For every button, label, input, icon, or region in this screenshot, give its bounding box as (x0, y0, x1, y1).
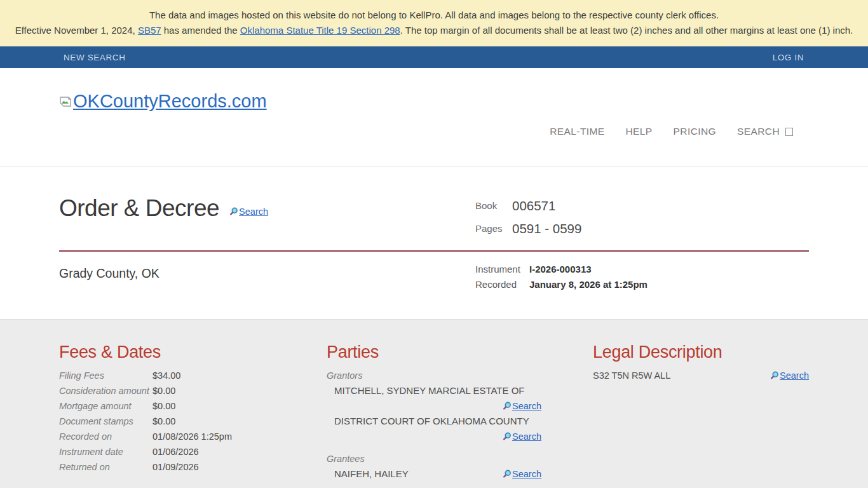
grantee-search-link[interactable]: Search (503, 466, 541, 482)
fee-value: 01/09/2026 (153, 459, 199, 475)
fee-label: Recorded on (59, 429, 153, 444)
pages-label: Pages (475, 217, 512, 240)
site-logo-link[interactable]: OKCountyRecords.com (59, 91, 267, 112)
broken-image-icon (59, 92, 72, 105)
grantor-entry: MITCHELL, SYDNEY MARCIAL ESTATE OF Searc… (327, 383, 541, 414)
instrument-value: I-2026-000313 (529, 262, 592, 277)
fee-row: Filing Fees $34.00 (59, 368, 306, 383)
fee-value: $0.00 (153, 398, 175, 414)
search-dropdown-missing-glyph-icon (785, 128, 793, 136)
book-label: Book (475, 194, 512, 217)
grantor-search-link[interactable]: Search (503, 429, 541, 444)
page-title: Order & Decree (59, 194, 219, 222)
fee-value: 01/08/2026 1:25pm (153, 429, 232, 444)
fee-label: Consideration amount (59, 383, 153, 398)
pages-value: 0591 - 0599 (512, 217, 581, 240)
grantor-search-label: Search (512, 398, 541, 414)
fee-label: Mortgage amount (59, 398, 153, 414)
document-summary: Order & Decree Search Book 006571 Pages … (0, 167, 868, 292)
magnifier-icon (229, 207, 238, 216)
legal-description-column: Legal Description S32 T5N R5W ALL Search (593, 342, 809, 482)
fee-label: Returned on (59, 459, 153, 475)
parties-column: Parties Grantors MITCHELL, SYDNEY MARCIA… (327, 342, 572, 482)
detail-section: Fees & Dates Filing Fees $34.00 Consider… (0, 319, 868, 488)
magnifier-icon (503, 402, 512, 410)
site-header: OKCountyRecords.com REAL-TIME HELP PRICI… (0, 68, 868, 167)
sb57-link[interactable]: SB57 (138, 25, 161, 36)
instrument-row: Instrument I-2026-000313 (475, 262, 809, 277)
legal-search-label: Search (780, 368, 809, 383)
fee-value: $34.00 (153, 368, 180, 383)
disclaimer-line2-suffix: . The top margin of all documents shall … (400, 25, 853, 36)
nav-pricing[interactable]: PRICING (674, 126, 716, 137)
fee-value: $0.00 (153, 383, 175, 398)
legal-description-row: S32 T5N R5W ALL Search (593, 368, 809, 383)
nav-search[interactable]: SEARCH (737, 126, 793, 137)
book-row: Book 006571 (475, 194, 809, 217)
grantor-search-link[interactable]: Search (503, 398, 541, 414)
nav-real-time[interactable]: REAL-TIME (550, 126, 604, 137)
legal-description-heading: Legal Description (593, 342, 809, 362)
instrument-label: Instrument (475, 262, 529, 277)
magnifier-icon (503, 432, 512, 441)
grantor-search-label: Search (512, 429, 541, 444)
grantee-name: NAIFEH, HAILEY (334, 466, 409, 482)
nav-help[interactable]: HELP (626, 126, 653, 137)
magnifier-icon (770, 371, 779, 380)
title-row: Order & Decree Search Book 006571 Pages … (59, 194, 809, 240)
disclaimer-line2-prefix: Effective November 1, 2024, (15, 25, 138, 36)
fee-row: Consideration amount $0.00 (59, 383, 306, 398)
grantees-block: Grantees NAIFEH, HAILEY Search (327, 451, 572, 482)
magnifier-icon (503, 470, 512, 478)
pages-row: Pages 0591 - 0599 (475, 217, 809, 240)
document-type-search-link[interactable]: Search (229, 207, 268, 217)
site-logo-text: OKCountyRecords.com (73, 91, 267, 112)
grantor-name: DISTRICT COURT OF OKLAHOMA COUNTY (334, 414, 529, 429)
nav-search-label: SEARCH (737, 126, 780, 137)
county-row: Grady County, OK Instrument I-2026-00031… (59, 262, 809, 292)
fees-dates-column: Fees & Dates Filing Fees $34.00 Consider… (59, 342, 306, 482)
grantor-entry: DISTRICT COURT OF OKLAHOMA COUNTY Search (327, 414, 541, 444)
new-search-link[interactable]: NEW SEARCH (64, 53, 126, 62)
recorded-label: Recorded (475, 277, 529, 292)
fee-row: Returned on 01/09/2026 (59, 459, 306, 475)
fees-dates-heading: Fees & Dates (59, 342, 306, 362)
fee-label: Instrument date (59, 444, 153, 459)
book-pages-block: Book 006571 Pages 0591 - 0599 (475, 194, 809, 240)
recorded-row: Recorded January 8, 2026 at 1:25pm (475, 277, 809, 292)
fee-label: Filing Fees (59, 368, 153, 383)
legal-description-text: S32 T5N R5W ALL (593, 368, 670, 383)
fee-row: Instrument date 01/06/2026 (59, 444, 306, 459)
fee-value: $0.00 (153, 414, 175, 429)
disclaimer-line1: The data and images hosted on this websi… (6, 8, 862, 23)
grantees-label: Grantees (327, 451, 572, 466)
fee-value: 01/06/2026 (153, 444, 199, 459)
grantors-label: Grantors (327, 368, 572, 383)
recorded-value: January 8, 2026 at 1:25pm (529, 277, 648, 292)
county-name: Grady County, OK (59, 264, 475, 282)
grantor-name: MITCHELL, SYDNEY MARCIAL ESTATE OF (334, 383, 525, 398)
fee-label: Document stamps (59, 414, 153, 429)
fee-row: Recorded on 01/08/2026 1:25pm (59, 429, 306, 444)
disclaimer-line2: Effective November 1, 2024, SB57 has ame… (6, 23, 862, 38)
statute-link[interactable]: Oklahoma Statue Title 19 Section 298 (240, 25, 400, 36)
fee-row: Document stamps $0.00 (59, 414, 306, 429)
disclaimer-line2-mid: has amended the (161, 25, 240, 36)
log-in-link[interactable]: LOG IN (773, 53, 804, 62)
instrument-block: Instrument I-2026-000313 Recorded Januar… (475, 262, 809, 292)
header-nav: REAL-TIME HELP PRICING SEARCH (550, 126, 793, 137)
grantee-entry: NAIFEH, HAILEY Search (327, 466, 541, 482)
legal-search-link[interactable]: Search (770, 368, 809, 383)
book-value: 006571 (512, 194, 555, 217)
disclaimer-banner: The data and images hosted on this websi… (0, 0, 868, 46)
fee-row: Mortgage amount $0.00 (59, 398, 306, 414)
document-type-search-label: Search (239, 207, 268, 217)
parties-heading: Parties (327, 342, 572, 362)
grantee-search-label: Search (512, 466, 541, 482)
top-nav-bar: NEW SEARCH LOG IN (0, 46, 868, 68)
divider-rule (59, 250, 809, 252)
